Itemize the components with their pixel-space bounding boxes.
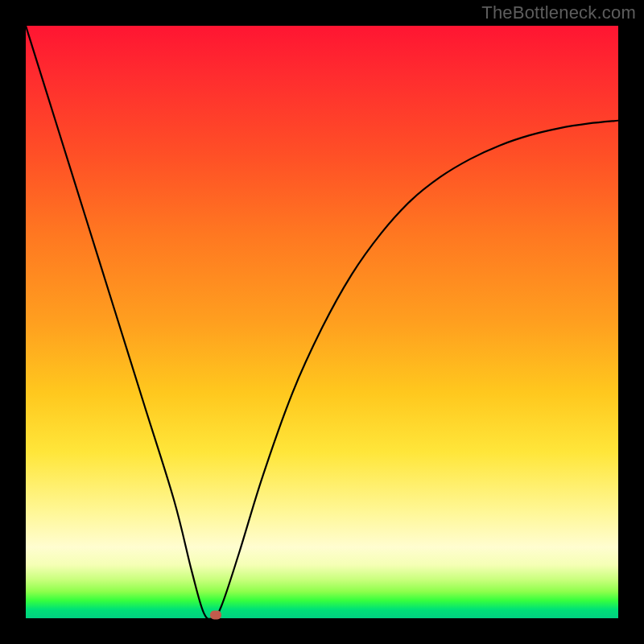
optimal-point-marker	[210, 611, 221, 620]
plot-area	[26, 26, 618, 618]
watermark-text: TheBottleneck.com	[481, 2, 636, 23]
chart-frame: TheBottleneck.com	[0, 0, 644, 644]
curve-svg	[26, 26, 618, 618]
bottleneck-curve	[26, 26, 618, 618]
